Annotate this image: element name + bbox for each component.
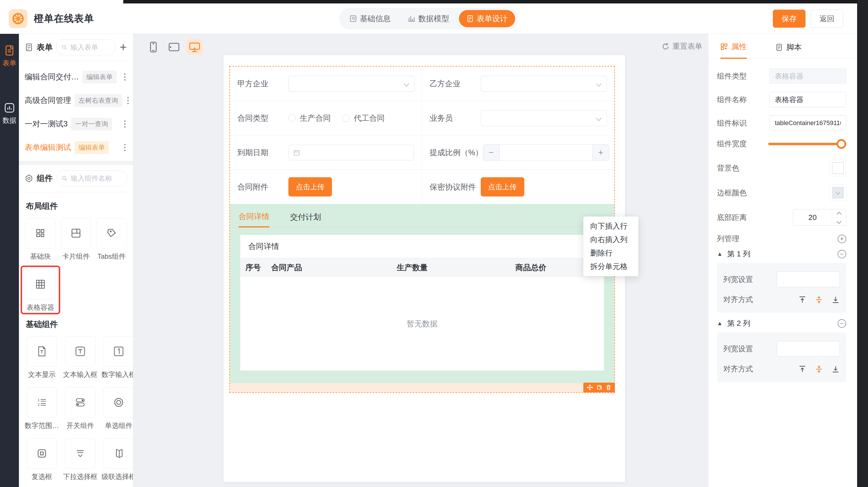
- party-a-select[interactable]: [288, 76, 414, 92]
- align-top-button[interactable]: [798, 296, 807, 304]
- align-bottom-button[interactable]: [831, 296, 840, 304]
- salesman-select[interactable]: [481, 110, 607, 126]
- rail-item-forms[interactable]: 表单: [0, 45, 19, 68]
- stepper-increase-button[interactable]: +: [592, 145, 609, 161]
- back-button[interactable]: 返回: [811, 9, 843, 28]
- copy-icon[interactable]: [596, 385, 602, 390]
- form-item-menu-icon[interactable]: [122, 119, 127, 129]
- spinner-down-button[interactable]: [832, 218, 846, 226]
- chevron-down-icon: [596, 115, 602, 121]
- radio-oem-contract[interactable]: 代工合同: [342, 113, 385, 123]
- due-date-input[interactable]: [288, 145, 414, 160]
- properties-panel: 属性 脚本 组件类型 组件名称 组件标识 组件宽度: [708, 34, 857, 487]
- component-number-input[interactable]: 数字输入框: [101, 336, 133, 379]
- collapse-triangle-icon[interactable]: ▲: [717, 320, 723, 327]
- party-b-select[interactable]: [481, 76, 607, 92]
- selected-container-outline[interactable]: 甲方企业 乙方企业 合同类型 生产合同 代工合同: [229, 66, 615, 393]
- tab-contract-detail[interactable]: 合同详情: [239, 211, 270, 227]
- form-list-item[interactable]: 一对一测试3 一对一查询: [19, 112, 133, 136]
- component-select[interactable]: 下拉选择框: [63, 438, 97, 481]
- form-list-item[interactable]: 高级合同管理 左树右表查询: [19, 89, 133, 112]
- contract-upload-button[interactable]: 点击上传: [288, 177, 332, 196]
- column-align-setting: 对齐方式: [723, 295, 840, 305]
- field-contract-type: 合同类型 生产合同 代工合同: [230, 101, 422, 135]
- component-card[interactable]: 卡片组件: [60, 218, 92, 261]
- rail-item-data[interactable]: 数据: [0, 102, 19, 125]
- component-cascader[interactable]: 级联选择框: [101, 438, 133, 481]
- align-bottom-button[interactable]: [831, 365, 840, 373]
- form-item-menu-icon[interactable]: [122, 72, 127, 82]
- blocks-icon: [34, 226, 47, 240]
- add-column-icon[interactable]: +: [838, 235, 846, 243]
- background-color-picker[interactable]: [830, 160, 846, 176]
- save-button[interactable]: 保存: [773, 9, 806, 28]
- menu-split-cell[interactable]: 拆分单元格: [583, 260, 639, 273]
- component-name-input[interactable]: [769, 92, 846, 107]
- nda-upload-button[interactable]: 点击上传: [481, 177, 524, 196]
- table-header-row: 序号 合同产品 生产数量 商品总价: [240, 258, 604, 277]
- svg-text:2: 2: [37, 402, 39, 407]
- add-form-button[interactable]: +: [119, 41, 127, 53]
- column-width-input[interactable]: [777, 341, 840, 357]
- form-item-menu-icon[interactable]: [122, 142, 127, 153]
- stepper-decrease-button[interactable]: −: [483, 145, 500, 161]
- tab-data-model[interactable]: 数据模型: [400, 10, 457, 27]
- form-list-item-active[interactable]: 表单编辑测试 编辑表单: [19, 136, 133, 159]
- checkbox-icon: [35, 447, 48, 460]
- component-id-input[interactable]: [769, 115, 846, 131]
- menu-insert-column-right[interactable]: 向右插入列: [583, 233, 639, 246]
- forms-search[interactable]: [56, 39, 116, 55]
- components-search[interactable]: [56, 170, 127, 186]
- align-middle-button[interactable]: [815, 296, 823, 304]
- form-design-icon: [466, 15, 474, 22]
- field-due-date: 到期日期: [230, 135, 422, 170]
- device-desktop-button[interactable]: [187, 39, 203, 55]
- cascader-icon: [112, 447, 125, 460]
- menu-delete-row[interactable]: 删除行: [583, 246, 639, 260]
- stepper-value-input[interactable]: [500, 145, 592, 161]
- components-search-input[interactable]: [70, 174, 122, 183]
- form-list-item[interactable]: 编辑合同交付… 编辑表单: [19, 65, 133, 89]
- component-number-range[interactable]: 12 数字范围…: [25, 387, 59, 430]
- panel-separator: [19, 161, 133, 165]
- component-switch[interactable]: 开关组件: [63, 387, 97, 430]
- bottom-spacing-input[interactable]: [793, 209, 832, 225]
- tab-properties[interactable]: 属性: [720, 41, 747, 59]
- column-align-setting: 对齐方式: [723, 364, 840, 374]
- component-radio[interactable]: 单选组件: [101, 387, 133, 430]
- component-checkbox[interactable]: 复选框: [25, 438, 59, 481]
- component-text-input[interactable]: 文本输入框: [63, 336, 97, 379]
- border-color-picker[interactable]: [830, 184, 846, 201]
- delete-icon[interactable]: [606, 385, 612, 390]
- align-middle-button[interactable]: [815, 365, 823, 373]
- menu-insert-row-below[interactable]: 向下插入行: [583, 219, 639, 233]
- collapse-triangle-icon[interactable]: ▲: [717, 251, 723, 257]
- prop-column-management: 列管理 +: [717, 234, 846, 244]
- align-top-button[interactable]: [798, 365, 807, 373]
- tab-script[interactable]: 脚本: [775, 42, 802, 58]
- forms-search-input[interactable]: [70, 43, 110, 52]
- remove-column-icon[interactable]: −: [838, 250, 846, 258]
- component-text-display[interactable]: 文本显示: [25, 336, 59, 379]
- svg-text:1: 1: [37, 398, 39, 402]
- form-item-menu-icon[interactable]: [126, 95, 130, 106]
- properties-body: 组件类型 组件名称 组件标识 组件宽度 背景色 边框颜色: [708, 59, 857, 382]
- component-table-container[interactable]: 表格容器: [25, 269, 56, 312]
- tab-form-design[interactable]: 表单设计: [459, 10, 515, 27]
- spinner-up-button[interactable]: [832, 209, 846, 218]
- number-spinner: [832, 209, 846, 225]
- move-icon[interactable]: [587, 384, 593, 391]
- component-tabs[interactable]: Tabs组件: [96, 218, 127, 261]
- column-width-input[interactable]: [777, 272, 840, 287]
- width-slider[interactable]: [768, 143, 845, 145]
- reset-form-button[interactable]: 重置表单: [661, 41, 702, 51]
- tab-basic-info[interactable]: 基础信息: [342, 10, 398, 27]
- device-tablet-button[interactable]: [166, 39, 182, 55]
- radio-production-contract[interactable]: 生产合同: [288, 113, 331, 123]
- device-mobile-button[interactable]: [145, 39, 161, 55]
- component-basic-block[interactable]: 基础块: [25, 218, 56, 261]
- tab-delivery-plan[interactable]: 交付计划: [290, 212, 321, 227]
- slider-handle[interactable]: [836, 139, 846, 149]
- selected-table-container[interactable]: 合同详情 交付计划 合同详情 序号 合同产品 生产数量 商品总价 暂无数据: [230, 204, 614, 383]
- remove-column-icon[interactable]: −: [838, 319, 846, 328]
